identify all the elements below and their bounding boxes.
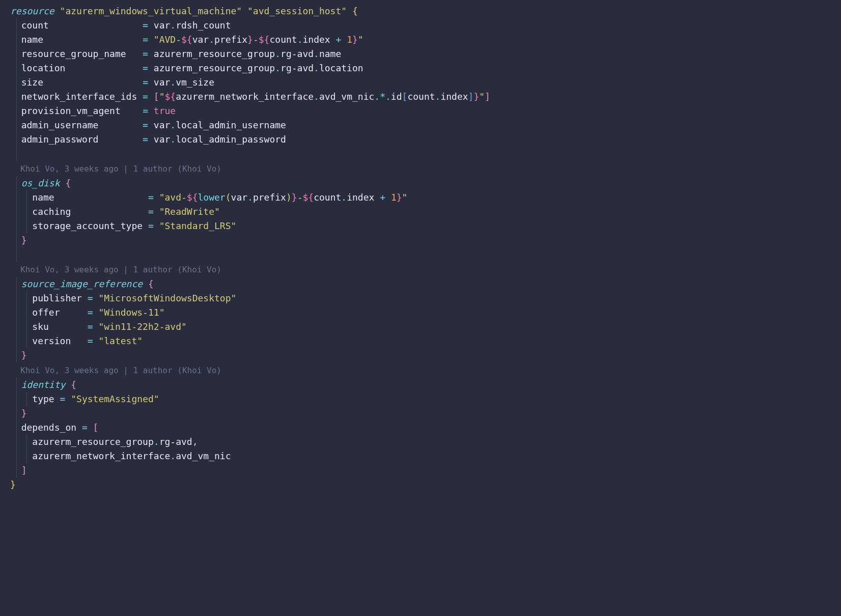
attr-key: storage_account_type (32, 220, 143, 231)
code-line[interactable]: sku = "win11-22h2-avd" (0, 320, 841, 334)
code-line[interactable]: admin_password = var.local_admin_passwor… (0, 132, 841, 147)
code-line[interactable]: resource "azurerm_windows_virtual_machin… (0, 4, 841, 18)
attr-key: location (21, 63, 66, 73)
attr-val: "Windows-11" (98, 307, 164, 318)
block-key: source_image_reference (21, 278, 143, 289)
attr-val: var (154, 20, 171, 31)
code-line[interactable]: admin_username = var.local_admin_usernam… (0, 118, 841, 132)
code-line[interactable]: depends_on = [ (0, 421, 841, 435)
attr-key: caching (32, 206, 71, 217)
code-line[interactable]: network_interface_ids = ["${azurerm_netw… (0, 90, 841, 104)
code-line[interactable]: source_image_reference { (0, 277, 841, 291)
code-editor[interactable]: resource "azurerm_windows_virtual_machin… (0, 4, 841, 492)
attr-val: "latest" (98, 335, 143, 346)
code-line[interactable]: publisher = "MicrosoftWindowsDesktop" (0, 291, 841, 305)
block-key: identity (21, 379, 66, 390)
code-line[interactable]: offer = "Windows-11" (0, 305, 841, 320)
code-line[interactable]: } (0, 233, 841, 247)
attr-key: publisher (32, 293, 82, 303)
git-blame-annotation: Khoi Vo, 3 weeks ago | 1 author (Khoi Vo… (0, 262, 841, 277)
attr-val: true (154, 105, 176, 116)
code-line[interactable]: storage_account_type = "Standard_LRS" (0, 219, 841, 233)
attr-key: name (32, 192, 54, 203)
code-line[interactable]: name = "avd-${lower(var.prefix)}-${count… (0, 190, 841, 205)
code-line[interactable]: location = azurerm_resource_group.rg-avd… (0, 61, 841, 75)
git-blame-annotation: Khoi Vo, 3 weeks ago | 1 author (Khoi Vo… (0, 362, 841, 378)
code-line[interactable]: os_disk { (0, 176, 841, 190)
attr-key: admin_username (21, 120, 99, 130)
code-line[interactable]: version = "latest" (0, 334, 841, 348)
attr-val: "SystemAssigned" (71, 394, 159, 404)
code-line[interactable]: resource_group_name = azurerm_resource_g… (0, 47, 841, 61)
code-line[interactable]: } (0, 478, 841, 492)
attr-val: "Standard_LRS" (159, 220, 237, 231)
attr-key: depends_on (21, 422, 76, 433)
attr-key: resource_group_name (21, 48, 126, 59)
attr-key: sku (32, 321, 49, 332)
attr-key: type (32, 394, 54, 404)
code-line[interactable]: } (0, 348, 841, 362)
attr-key: version (32, 335, 71, 346)
attr-val: "MicrosoftWindowsDesktop" (98, 293, 236, 303)
code-line[interactable]: count = var.rdsh_count (0, 18, 841, 33)
block-key: os_disk (21, 178, 60, 188)
code-line[interactable]: provision_vm_agent = true (0, 104, 841, 118)
code-line[interactable]: size = var.vm_size (0, 75, 841, 90)
code-line[interactable]: identity { (0, 378, 841, 392)
code-line (0, 147, 841, 161)
attr-key: network_interface_ids (21, 91, 137, 102)
attr-key: admin_password (21, 134, 99, 145)
attr-val: "ReadWrite" (159, 206, 220, 217)
attr-key: offer (32, 307, 60, 318)
attr-key: size (21, 77, 43, 88)
attr-key: name (21, 34, 43, 45)
resource-label: "avd_session_host" (247, 6, 347, 16)
code-line[interactable]: caching = "ReadWrite" (0, 205, 841, 219)
code-line[interactable]: type = "SystemAssigned" (0, 392, 841, 406)
code-line[interactable]: } (0, 406, 841, 421)
code-line[interactable]: name = "AVD-${var.prefix}-${count.index … (0, 33, 841, 47)
code-line[interactable]: azurerm_resource_group.rg-avd, (0, 435, 841, 449)
attr-key: count (21, 20, 49, 31)
keyword-resource: resource (10, 6, 54, 16)
attr-val: "win11-22h2-avd" (98, 321, 186, 332)
code-line (0, 247, 841, 262)
resource-type: "azurerm_windows_virtual_machine" (60, 6, 242, 16)
code-line[interactable]: azurerm_network_interface.avd_vm_nic (0, 449, 841, 463)
code-line[interactable]: ] (0, 463, 841, 478)
git-blame-annotation: Khoi Vo, 3 weeks ago | 1 author (Khoi Vo… (0, 161, 841, 176)
attr-key: provision_vm_agent (21, 105, 121, 116)
